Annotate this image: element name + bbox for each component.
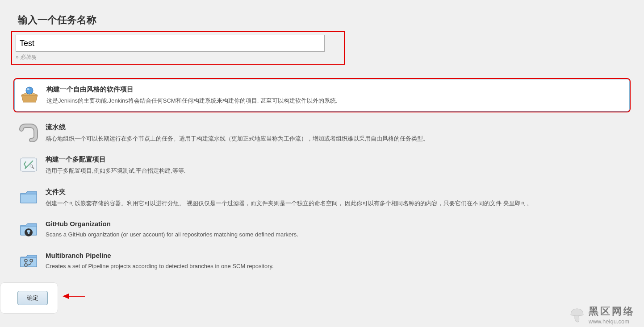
svg-marker-12 [63, 294, 69, 299]
github-org-icon [18, 220, 39, 239]
svg-marker-0 [21, 95, 38, 102]
option-title: 构建一个多配置项目 [46, 155, 626, 164]
footer-panel: 确定 [0, 282, 58, 314]
name-input-highlight: » 必填项 [11, 31, 345, 65]
option-multiconfig[interactable]: 构建一个多配置项目 适用于多配置项目,例如多环境测试,平台指定构建,等等. [13, 149, 631, 182]
option-github-org[interactable]: GitHub Organization Scans a GitHub organ… [13, 214, 631, 245]
option-desc: Creates a set of Pipeline projects accor… [46, 262, 626, 271]
option-title: 构建一个自由风格的软件项目 [46, 85, 625, 94]
svg-point-3 [27, 88, 29, 90]
option-desc: 适用于多配置项目,例如多环境测试,平台指定构建,等等. [46, 166, 626, 175]
option-title: 流水线 [46, 123, 626, 132]
option-desc: 精心地组织一个可以长期运行在多个节点上的任务。适用于构建流水线（更加正式地应当称… [46, 134, 626, 143]
watermark: 黑区网络 www.heiqu.com [568, 305, 635, 325]
ok-button[interactable]: 确定 [17, 291, 48, 305]
option-desc: 这是Jenkins的主要功能.Jenkins将会结合任何SCM和任何构建系统来构… [46, 96, 625, 105]
option-title: GitHub Organization [46, 220, 626, 228]
option-title: Multibranch Pipeline [46, 252, 626, 259]
page-heading: 输入一个任务名称 [18, 13, 626, 27]
option-freestyle[interactable]: 构建一个自由风格的软件项目 这是Jenkins的主要功能.Jenkins将会结合… [13, 78, 631, 112]
watermark-url: www.heiqu.com [589, 318, 635, 325]
option-desc: Scans a GitHub organization (or user acc… [46, 230, 626, 239]
folder-icon [18, 188, 39, 207]
job-type-list: 构建一个自由风格的软件项目 这是Jenkins的主要功能.Jenkins将会结合… [13, 78, 631, 277]
pipeline-icon [18, 123, 39, 142]
option-title: 文件夹 [46, 188, 626, 196]
multibranch-icon [18, 252, 39, 270]
option-desc: 创建一个可以嵌套存储的容器。利用它可以进行分组。 视图仅仅是一个过滤器，而文件夹… [46, 199, 626, 208]
option-multibranch[interactable]: Multibranch Pipeline Creates a set of Pi… [13, 245, 631, 277]
watermark-title: 黑区网络 [589, 305, 635, 318]
option-pipeline[interactable]: 流水线 精心地组织一个可以长期运行在多个节点上的任务。适用于构建流水线（更加正式… [13, 117, 631, 149]
mushroom-icon [568, 306, 586, 324]
freestyle-icon [19, 85, 40, 104]
item-name-input[interactable] [16, 35, 325, 52]
svg-point-2 [26, 87, 33, 94]
arrow-annotation [63, 290, 85, 304]
option-folder[interactable]: 文件夹 创建一个可以嵌套存储的容器。利用它可以进行分组。 视图仅仅是一个过滤器，… [13, 182, 631, 214]
multiconfig-icon [18, 155, 39, 174]
required-label: » 必填项 [16, 54, 340, 61]
